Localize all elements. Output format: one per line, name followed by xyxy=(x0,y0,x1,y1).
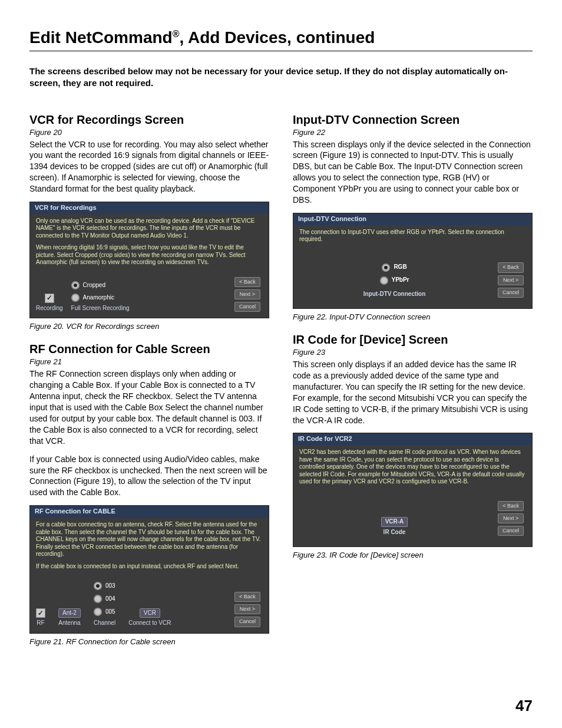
recording-checkbox[interactable]: ✓ xyxy=(45,294,54,303)
next-button[interactable]: Next > xyxy=(234,289,260,299)
fullscreen-label: Full Screen Recording xyxy=(71,305,130,312)
intro-text: The screens described below may not be n… xyxy=(29,65,533,90)
connect-vcr-label: Connect to VCR xyxy=(128,620,171,627)
left-column: VCR for Recordings Screen Figure 20 Sele… xyxy=(29,113,269,658)
cancel-button[interactable]: Cancel xyxy=(234,302,260,312)
cropped-radio[interactable]: Cropped xyxy=(71,281,105,289)
cancel-button[interactable]: Cancel xyxy=(234,617,260,627)
fig22-ref: Figure 22 xyxy=(293,128,533,137)
vcr-recordings-body: Select the VCR to use for recording. You… xyxy=(29,139,269,195)
ircode-label: IR Code xyxy=(384,529,406,536)
fig23-caption: Figure 23. IR Code for [Device] screen xyxy=(293,551,533,559)
fig21-screenshot: RF Connection for CABLE For a cable box … xyxy=(29,505,269,633)
fig20-shot-title: VCR for Recordings xyxy=(30,202,269,214)
fig21-caption: Figure 21. RF Connection for Cable scree… xyxy=(29,637,269,646)
fig23-note: VCR2 has been detected with the same IR … xyxy=(299,449,526,486)
fig23-ref: Figure 23 xyxy=(293,348,533,357)
title-pre: Edit NetCommand xyxy=(29,28,173,47)
input-dtv-body: This screen displays only if the device … xyxy=(293,139,533,206)
antenna-label: Antenna xyxy=(58,620,80,627)
rf-label: RF xyxy=(37,620,44,627)
title-post: , Add Devices, continued xyxy=(179,28,375,47)
back-button[interactable]: < Back xyxy=(498,501,524,511)
input-dtv-label: Input-DTV Connection xyxy=(363,291,426,298)
rf-connection-heading: RF Connection for Cable Screen xyxy=(29,342,269,356)
fig22-caption: Figure 22. Input-DTV Connection screen xyxy=(293,312,533,321)
ch003-radio[interactable]: 003 xyxy=(94,582,115,590)
page-title: Edit NetCommand®, Add Devices, continued xyxy=(29,28,533,47)
two-column-layout: VCR for Recordings Screen Figure 20 Sele… xyxy=(29,113,533,658)
vcr-select[interactable]: VCR xyxy=(140,608,160,618)
fig20-screenshot: VCR for Recordings Only one analog VCR c… xyxy=(29,202,269,319)
rf-checkbox[interactable]: ✓ xyxy=(36,608,45,618)
fig20-caption: Figure 20. VCR for Recordings screen xyxy=(29,322,269,331)
rgb-radio[interactable]: RGB xyxy=(382,263,406,272)
anamorphic-radio[interactable]: Anamorphic xyxy=(71,294,114,302)
cancel-button[interactable]: Cancel xyxy=(498,288,524,298)
channel-label: Channel xyxy=(94,620,115,627)
ir-code-heading: IR Code for [Device] Screen xyxy=(293,333,533,347)
fig21-ref: Figure 21 xyxy=(29,357,269,366)
next-button[interactable]: Next > xyxy=(234,604,260,614)
fig22-note: The connection to Input-DTV uses either … xyxy=(299,229,526,243)
page-number: 47 xyxy=(515,697,533,715)
next-button[interactable]: Next > xyxy=(498,513,524,523)
ch005-radio[interactable]: 005 xyxy=(94,608,115,616)
vcr-recordings-heading: VCR for Recordings Screen xyxy=(29,113,269,127)
fig20-note2: When recording digital 16:9 signals, sel… xyxy=(36,244,263,266)
rf-connection-body1: The RF Connection screen displays only w… xyxy=(29,368,269,446)
fig22-screenshot: Input-DTV Connection The connection to I… xyxy=(293,213,533,309)
rf-connection-body2: If your Cable box is connected using Aud… xyxy=(29,454,269,499)
ircode-select[interactable]: VCR-A xyxy=(381,517,408,527)
back-button[interactable]: < Back xyxy=(234,592,260,602)
back-button[interactable]: < Back xyxy=(234,277,260,287)
ch004-radio[interactable]: 004 xyxy=(94,595,115,603)
fig22-shot-title: Input-DTV Connection xyxy=(293,213,532,225)
title-rule xyxy=(29,51,533,51)
fig20-ref: Figure 20 xyxy=(29,128,269,137)
fig20-note1: Only one analog VCR can be used as the r… xyxy=(36,218,263,240)
fig23-shot-title: IR Code for VCR2 xyxy=(293,433,532,445)
next-button[interactable]: Next > xyxy=(498,275,524,285)
fig21-shot-title: RF Connection for CABLE xyxy=(30,506,269,518)
back-button[interactable]: < Back xyxy=(498,262,524,272)
ypbpr-radio[interactable]: YPbPr xyxy=(380,276,409,285)
recording-label: Recording xyxy=(36,305,63,312)
fig21-note2: If the cable box is connected to an inpu… xyxy=(36,563,263,571)
fig21-note1: For a cable box connecting to an antenna… xyxy=(36,521,263,558)
right-column: Input-DTV Connection Screen Figure 22 Th… xyxy=(293,113,533,658)
input-dtv-heading: Input-DTV Connection Screen xyxy=(293,113,533,127)
ir-code-body: This screen only displays if an added de… xyxy=(293,359,533,426)
fig23-screenshot: IR Code for VCR2 VCR2 has been detected … xyxy=(293,433,533,547)
cancel-button[interactable]: Cancel xyxy=(498,526,524,536)
registered-mark: ® xyxy=(173,29,180,39)
antenna-select[interactable]: Ant-2 xyxy=(58,608,81,618)
